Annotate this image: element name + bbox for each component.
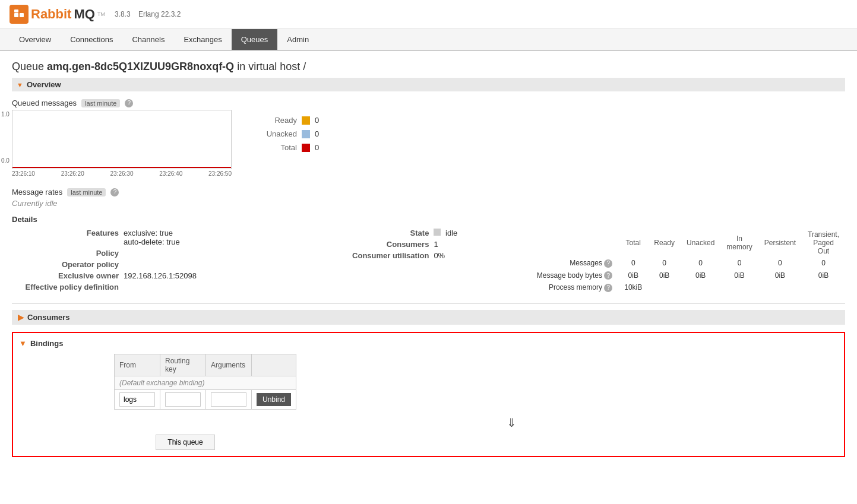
binding-arguments-input[interactable] — [211, 392, 246, 407]
last-minute-badge[interactable]: last minute — [81, 99, 120, 107]
queued-messages-header: Queued messages last minute ? — [12, 99, 845, 107]
nav-queues[interactable]: Queues — [232, 29, 278, 50]
stats-messages-ready: 0 — [648, 257, 681, 270]
consumers-section-header[interactable]: ▶ Consumers — [12, 310, 845, 325]
legend-ready-color — [302, 116, 310, 125]
erlang-version: Erlang 22.3.2 — [138, 10, 181, 18]
stats-messages-unacked: 0 — [681, 257, 720, 270]
legend-total-label: Total — [255, 143, 297, 152]
version: 3.8.3 — [115, 10, 131, 18]
state-dot — [434, 229, 441, 236]
consumers-section: ▶ Consumers — [12, 310, 845, 325]
nav-connections[interactable]: Connections — [61, 29, 122, 50]
binding-from-input[interactable] — [119, 392, 155, 407]
stats-col-total: Total — [618, 229, 648, 257]
queue-name: amq.gen-8dc5Q1XIZUU9GR8noxqf-Q — [47, 61, 234, 72]
stats-col-in-memory: In memory — [720, 229, 758, 257]
features-row: Features exclusive: true auto-delete: tr… — [12, 229, 346, 246]
binding-arguments-cell — [206, 390, 252, 410]
stats-body-persistent: 0iB — [758, 270, 802, 282]
main-content: Queue amq.gen-8dc5Q1XIZUU9GR8noxqf-Q in … — [0, 51, 857, 476]
stats-col-ready: Ready — [648, 229, 681, 257]
stats-process-total: 10kiB — [618, 281, 648, 294]
title-suffix: in virtual host / — [237, 61, 306, 72]
nav-admin[interactable]: Admin — [277, 29, 318, 50]
stats-body-bytes-label: Message body bytes ? — [531, 270, 618, 282]
state-text: idle — [445, 229, 457, 237]
legend-unacked-label: Unacked — [255, 129, 297, 138]
features-val2: auto-delete: true — [124, 237, 180, 246]
details-table: Features exclusive: true auto-delete: tr… — [12, 229, 845, 294]
x-label-0: 23:26:10 — [12, 170, 35, 177]
nav-overview[interactable]: Overview — [10, 29, 61, 50]
rates-badge[interactable]: last minute — [67, 188, 106, 196]
x-label-2: 23:26:30 — [110, 170, 134, 177]
exclusive-owner-row: Exclusive owner 192.168.126.1:52098 — [12, 271, 346, 280]
queued-messages-help[interactable]: ? — [125, 99, 133, 107]
x-label-1: 23:26:20 — [61, 170, 84, 177]
svg-rect-0 — [14, 13, 18, 17]
svg-rect-1 — [20, 13, 24, 17]
consumers-label: Consumers — [27, 313, 70, 322]
default-exchange-binding: (Default exchange binding) — [115, 376, 296, 390]
binding-from-cell — [115, 390, 160, 410]
stats-col-transient: Transient, Paged Out — [802, 229, 845, 257]
queued-messages-section: Queued messages last minute ? 1.0 0.0 23… — [12, 99, 845, 178]
chart-wrapper: 1.0 0.0 23:26:10 23:26:20 23:26:30 23:26… — [12, 110, 232, 178]
binding-routing-key-cell — [160, 390, 206, 410]
stats-messages-persistent: 0 — [758, 257, 802, 270]
policy-row: Policy — [12, 249, 346, 258]
consumers-row: Consumers 1 — [346, 240, 530, 249]
page-title: Queue amq.gen-8dc5Q1XIZUU9GR8noxqf-Q in … — [12, 61, 845, 73]
overview-section-header[interactable]: ▼ Overview — [12, 78, 845, 91]
chart-y-top: 1.0 — [1, 111, 10, 118]
stats-col-unacked: Unacked — [681, 229, 720, 257]
chart-svg — [12, 110, 231, 169]
messages-help[interactable]: ? — [604, 259, 612, 268]
stats-messages-total: 0 — [618, 257, 648, 270]
body-bytes-help[interactable]: ? — [604, 271, 612, 280]
svg-rect-2 — [14, 9, 18, 12]
stats-process-unacked — [681, 281, 720, 294]
bindings-table: From Routing key Arguments (Default exch… — [114, 354, 296, 410]
operator-policy-label: Operator policy — [12, 260, 119, 269]
exclusive-owner-val: 192.168.126.1:52098 — [124, 271, 197, 280]
operator-policy-row: Operator policy — [12, 260, 346, 269]
features-val1: exclusive: true — [124, 229, 173, 237]
stats-process-in-memory — [720, 281, 758, 294]
logo: RabbitMQTM — [10, 5, 105, 24]
chart-x-labels: 23:26:10 23:26:20 23:26:30 23:26:40 23:2… — [12, 169, 232, 178]
binding-routing-key-input[interactable] — [165, 392, 201, 407]
top-bar: RabbitMQTM 3.8.3 Erlang 22.3.2 — [0, 0, 857, 29]
logo-rabbit: Rabbit — [31, 7, 71, 22]
bindings-arrow: ▼ — [19, 339, 27, 348]
stats-body-transient: 0iB — [802, 270, 845, 282]
process-memory-help[interactable]: ? — [604, 284, 612, 292]
down-arrow: ⇓ — [185, 416, 838, 430]
nav-channels[interactable]: Channels — [122, 29, 174, 50]
details-section: Details Features exclusive: true auto-de… — [12, 215, 845, 294]
message-rates-label: Message rates — [12, 188, 62, 196]
stats-col-empty — [531, 229, 618, 257]
bindings-col-action — [252, 354, 296, 376]
consumer-util-label: Consumer utilisation — [346, 251, 429, 260]
queued-messages-label: Queued messages — [12, 99, 77, 107]
consumers-count-label: Consumers — [346, 240, 429, 249]
policy-label: Policy — [12, 249, 119, 258]
state-val: idle — [434, 229, 457, 237]
message-rates-help[interactable]: ? — [110, 188, 119, 196]
currently-idle: Currently idle — [12, 199, 845, 208]
consumers-count-val: 1 — [434, 240, 438, 249]
bindings-col-from: From — [115, 354, 160, 376]
nav-exchanges[interactable]: Exchanges — [174, 29, 231, 50]
stats-body-bytes-row: Message body bytes ? 0iB 0iB 0iB 0iB 0iB… — [531, 270, 845, 282]
this-queue-button[interactable]: This queue — [156, 435, 215, 450]
bindings-header[interactable]: ▼ Bindings — [19, 339, 838, 348]
effective-policy-label: Effective policy definition — [12, 283, 119, 291]
legend-ready: Ready 0 — [255, 116, 319, 125]
unbind-button[interactable]: Unbind — [257, 393, 291, 406]
chart-legend: Ready 0 Unacked 0 Total 0 — [255, 110, 319, 152]
features-label: Features — [12, 229, 119, 246]
consumer-util-row: Consumer utilisation 0% — [346, 251, 530, 260]
logo-mq: MQ — [74, 7, 94, 22]
